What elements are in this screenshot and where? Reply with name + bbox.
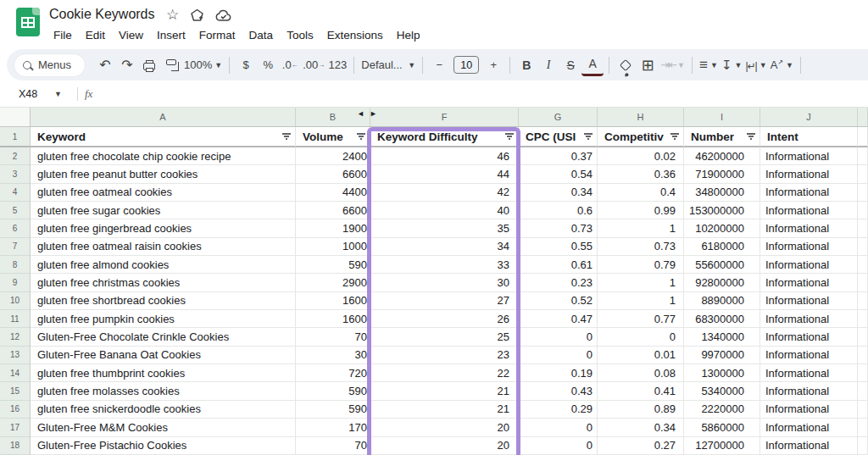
undo-button[interactable] <box>94 54 116 76</box>
cell-G5[interactable]: 0.6 <box>519 202 598 219</box>
menu-data[interactable]: Data <box>242 27 281 43</box>
row-header-10[interactable]: 10 <box>0 292 31 310</box>
cell-I8[interactable]: 55600000 <box>684 256 760 274</box>
vertical-align-button[interactable]: ▼ <box>720 54 744 76</box>
cell-F2[interactable]: 46 <box>370 147 519 165</box>
cell-B13[interactable]: 30 <box>296 347 370 364</box>
menu-format[interactable]: Format <box>192 27 242 43</box>
cell-J13[interactable]: Informational <box>760 347 858 364</box>
cell-B8[interactable]: 590 <box>296 256 370 274</box>
cell-H12[interactable]: 0 <box>598 328 684 346</box>
cell-B14[interactable]: 720 <box>296 364 370 382</box>
cell-G17[interactable]: 0 <box>519 419 598 436</box>
cell-G3[interactable]: 0.54 <box>519 165 598 183</box>
cell-F12[interactable]: 25 <box>370 328 519 346</box>
cell-G10[interactable]: 0.52 <box>519 292 598 310</box>
cell-H7[interactable]: 0.73 <box>598 238 684 256</box>
print-button[interactable] <box>138 54 160 76</box>
italic-button[interactable]: I <box>537 54 559 76</box>
cell-A18[interactable]: Gluten-Free Pistachio Cookies <box>31 437 296 455</box>
cell-blank[interactable] <box>858 274 868 291</box>
cell-A15[interactable]: gluten free molasses cookies <box>31 382 296 400</box>
cell-F6[interactable]: 35 <box>370 219 519 237</box>
cell-G2[interactable]: 0.37 <box>519 147 598 165</box>
cell-A9[interactable]: gluten free christmas cookies <box>31 274 296 291</box>
row-header-4[interactable]: 4 <box>0 184 31 202</box>
cell-B9[interactable]: 2900 <box>296 274 370 291</box>
menu-extensions[interactable]: Extensions <box>320 27 390 43</box>
cell-F18[interactable]: 20 <box>370 437 519 455</box>
cell-blank[interactable] <box>858 401 868 419</box>
cell-A2[interactable]: gluten free chocolate chip cookie recipe <box>31 147 296 165</box>
cell-H15[interactable]: 0.41 <box>598 382 684 400</box>
cell-G14[interactable]: 0.19 <box>519 364 598 382</box>
cell-F10[interactable]: 27 <box>370 292 519 310</box>
fill-color-button[interactable] <box>615 54 637 76</box>
cell-H6[interactable]: 1 <box>598 219 684 237</box>
cell-F15[interactable]: 21 <box>370 382 519 400</box>
cell-I3[interactable]: 71900000 <box>684 165 760 183</box>
filter-icon[interactable] <box>505 133 514 140</box>
column-header-I[interactable]: I <box>684 108 760 127</box>
row-header-16[interactable]: 16 <box>0 401 31 419</box>
text-rotation-button[interactable]: A▼ <box>769 54 795 76</box>
cell-A8[interactable]: gluten free almond cookies <box>31 256 296 274</box>
cell-F16[interactable]: 21 <box>370 401 519 419</box>
strikethrough-button[interactable]: S <box>559 54 581 76</box>
cell-J16[interactable]: Informational <box>760 401 858 419</box>
row-header-15[interactable]: 15 <box>0 382 31 400</box>
cell-H14[interactable]: 0.08 <box>598 364 684 382</box>
cell-A6[interactable]: gluten free gingerbread cookies <box>31 219 296 237</box>
menus-search[interactable]: Menus <box>14 53 86 77</box>
header-cell-keyword-difficulty[interactable]: Keyword Difficulty <box>370 127 519 147</box>
cell-blank[interactable] <box>858 256 868 274</box>
cell-H10[interactable]: 1 <box>598 292 684 310</box>
cell-G11[interactable]: 0.47 <box>519 310 598 328</box>
cell-G7[interactable]: 0.55 <box>519 238 598 256</box>
zoom-select[interactable]: 100% ▼ <box>182 54 224 76</box>
header-cell-keyword[interactable]: Keyword <box>31 127 296 147</box>
row-header-13[interactable]: 13 <box>0 347 31 364</box>
cell-G13[interactable]: 0 <box>519 347 598 364</box>
filter-icon[interactable] <box>282 133 291 140</box>
decrease-decimal-button[interactable]: .0← <box>279 54 301 76</box>
cell-G8[interactable]: 0.61 <box>519 256 598 274</box>
header-cell-competitiv[interactable]: Competitiv <box>598 127 684 147</box>
cell-blank[interactable] <box>858 382 868 400</box>
cell-J8[interactable]: Informational <box>760 256 858 274</box>
cell-F5[interactable]: 40 <box>370 202 519 219</box>
hidden-columns-indicator[interactable]: ◄► <box>357 109 382 118</box>
cell-F7[interactable]: 34 <box>370 238 519 256</box>
cell-G15[interactable]: 0.43 <box>519 382 598 400</box>
cell-G4[interactable]: 0.34 <box>519 184 598 202</box>
increase-font-size-button[interactable]: + <box>482 54 504 76</box>
cell-A7[interactable]: gluten free oatmeal raisin cookies <box>31 238 296 256</box>
filter-icon[interactable] <box>357 133 365 140</box>
menu-file[interactable]: File <box>47 27 79 43</box>
column-header-J[interactable]: J <box>760 108 858 127</box>
row-header-2[interactable]: 2 <box>0 147 31 165</box>
cell-J11[interactable]: Informational <box>760 310 858 328</box>
row-header-8[interactable]: 8 <box>0 256 31 274</box>
cell-I11[interactable]: 68300000 <box>684 310 760 328</box>
cell-blank[interactable] <box>858 219 868 237</box>
header-cell-volume[interactable]: Volume <box>296 127 370 147</box>
cell-B11[interactable]: 1600 <box>296 310 370 328</box>
cell-H16[interactable]: 0.89 <box>598 401 684 419</box>
cell-B16[interactable]: 590 <box>296 401 370 419</box>
cell-H13[interactable]: 0.01 <box>598 347 684 364</box>
sheets-logo-icon[interactable] <box>16 8 40 36</box>
cell-I6[interactable]: 10200000 <box>684 219 760 237</box>
cell-F14[interactable]: 22 <box>370 364 519 382</box>
cell-J2[interactable]: Informational <box>760 147 858 165</box>
filter-icon[interactable] <box>747 133 755 140</box>
filter-icon[interactable] <box>584 133 593 140</box>
cloud-status-icon[interactable] <box>215 9 232 22</box>
decrease-font-size-button[interactable]: − <box>428 54 450 76</box>
cell-I2[interactable]: 46200000 <box>684 147 760 165</box>
chevron-down-icon[interactable]: ▼ <box>54 90 62 98</box>
cell-J17[interactable]: Informational <box>760 419 858 436</box>
cell-F3[interactable]: 44 <box>370 165 519 183</box>
cell-A13[interactable]: Gluten-Free Banana Oat Cookies <box>31 347 296 364</box>
font-select[interactable]: Defaul... ▼ <box>359 54 417 76</box>
